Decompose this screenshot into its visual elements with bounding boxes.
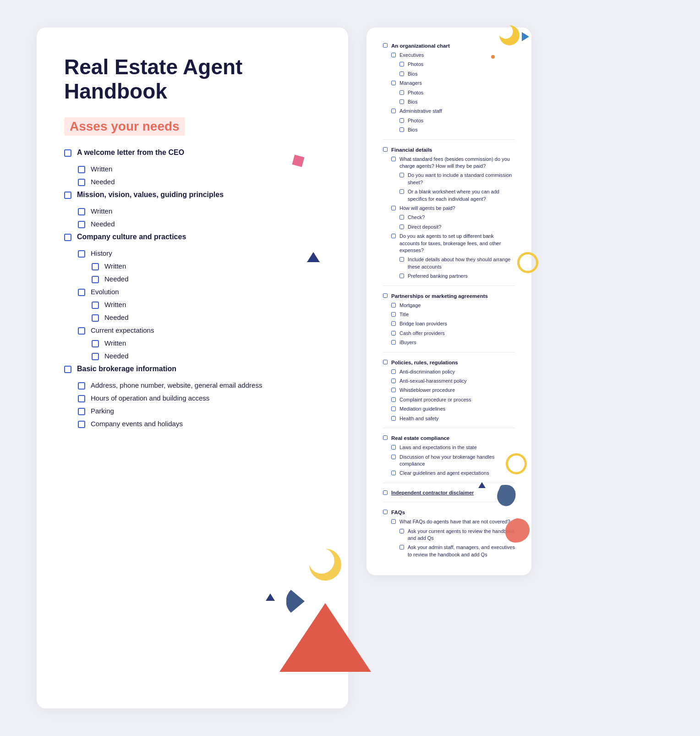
right-item-label: Administrative staff — [399, 108, 442, 115]
right-checkbox[interactable] — [391, 445, 396, 450]
section-heading: Asses your needs — [64, 117, 185, 136]
checkbox[interactable] — [78, 395, 85, 402]
checkbox[interactable] — [78, 327, 85, 335]
right-checkbox[interactable] — [391, 312, 396, 317]
list-item: Needed — [78, 178, 321, 186]
right-checkbox[interactable] — [391, 416, 396, 421]
right-checkbox[interactable] — [399, 62, 404, 66]
red-triangle-shape — [279, 603, 371, 672]
checkbox[interactable] — [92, 353, 99, 360]
right-list-item: Mortgage — [391, 302, 515, 309]
right-section-title: Financial details — [383, 146, 515, 154]
right-checkbox[interactable] — [391, 340, 396, 345]
checkbox[interactable] — [64, 366, 71, 373]
right-list-item: Photos — [399, 89, 515, 96]
checkbox[interactable] — [92, 314, 99, 322]
list-item: Needed — [78, 220, 321, 228]
checkbox[interactable] — [92, 340, 99, 347]
right-checkbox[interactable] — [391, 303, 396, 308]
right-nested-list-2: Photos Bios — [399, 89, 515, 106]
checkbox[interactable] — [92, 263, 99, 270]
right-checkbox[interactable] — [399, 127, 404, 132]
nested-checklist: History Written Needed Evolution — [78, 249, 321, 360]
right-checkbox[interactable] — [391, 455, 396, 459]
nested-checklist-2: Written Needed — [92, 262, 321, 283]
nested-checklist-2: Written Needed — [92, 339, 321, 360]
list-item: Written — [92, 262, 321, 270]
right-checkbox[interactable] — [399, 225, 404, 229]
right-checkbox[interactable] — [399, 71, 404, 76]
checkbox[interactable] — [78, 221, 85, 228]
right-checkbox[interactable] — [391, 109, 396, 113]
checkbox[interactable] — [92, 302, 99, 309]
right-checkbox[interactable] — [383, 360, 388, 364]
right-checkbox[interactable] — [399, 274, 404, 278]
checkbox[interactable] — [64, 149, 71, 157]
checkbox[interactable] — [78, 421, 85, 428]
right-checkbox[interactable] — [391, 471, 396, 475]
right-list-item: Include details about how they should ar… — [399, 256, 515, 270]
checkbox[interactable] — [64, 192, 71, 199]
right-nested-list-2: Check? Direct deposit? — [399, 214, 515, 231]
right-checkbox[interactable] — [391, 321, 396, 326]
checkbox[interactable] — [78, 179, 85, 186]
right-checkbox[interactable] — [399, 173, 404, 177]
right-checkbox[interactable] — [391, 379, 396, 383]
right-list-item: iBuyers — [391, 339, 515, 346]
right-checkbox[interactable] — [391, 234, 396, 238]
checkbox[interactable] — [78, 289, 85, 296]
right-checkbox[interactable] — [391, 157, 396, 161]
right-checkbox[interactable] — [399, 529, 404, 533]
checklist-label: History — [91, 249, 112, 257]
right-checkbox[interactable] — [383, 43, 388, 48]
right-checkbox[interactable] — [391, 388, 396, 392]
right-checkbox[interactable] — [391, 81, 396, 85]
right-list-item: Ask your current agents to review the ha… — [399, 528, 515, 542]
list-item: Written — [92, 301, 321, 309]
nested-checklist: Address, phone number, website, general … — [78, 381, 321, 428]
right-item-label: Preferred banking partners — [408, 273, 468, 280]
right-checkbox[interactable] — [399, 118, 404, 123]
right-item-label: Include details about how they should ar… — [408, 256, 515, 270]
right-list-item: What standard fees (besides commission) … — [391, 156, 515, 170]
checkbox[interactable] — [78, 250, 85, 258]
right-checkbox[interactable] — [391, 206, 396, 210]
checkbox[interactable] — [78, 408, 85, 415]
checkbox[interactable] — [78, 208, 85, 215]
checkbox[interactable] — [92, 276, 99, 283]
right-checkbox[interactable] — [391, 369, 396, 374]
right-checkbox[interactable] — [391, 53, 396, 57]
checkbox[interactable] — [64, 234, 71, 241]
right-checkbox[interactable] — [383, 490, 388, 495]
checklist-label: Company events and holidays — [91, 420, 183, 428]
separator — [383, 428, 515, 428]
right-nested-list: Executives Photos Bios Managers — [391, 52, 515, 134]
right-list-item: Health and safety — [391, 415, 515, 422]
right-nested-list-2: Do you want to include a standard commis… — [399, 172, 515, 203]
right-checkbox[interactable] — [399, 90, 404, 95]
list-item: A welcome letter from the CEO — [64, 148, 321, 157]
right-checkbox[interactable] — [391, 406, 396, 411]
right-checkbox[interactable] — [383, 147, 388, 152]
right-checkbox[interactable] — [399, 545, 404, 549]
right-nested-list: Laws and expectations in the state Discu… — [391, 444, 515, 477]
right-checkbox[interactable] — [399, 215, 404, 220]
right-checkbox[interactable] — [399, 189, 404, 194]
list-item: Mission, vision, values, guiding princip… — [64, 191, 321, 199]
right-checkbox[interactable] — [399, 257, 404, 262]
blue-play-triangle — [522, 32, 529, 41]
checkbox[interactable] — [78, 382, 85, 390]
right-checkbox[interactable] — [391, 331, 396, 335]
separator — [383, 286, 515, 286]
right-checkbox[interactable] — [383, 293, 388, 298]
checkbox[interactable] — [78, 166, 85, 173]
right-checkbox[interactable] — [391, 519, 396, 524]
right-list-item: Check? — [399, 214, 515, 221]
right-checkbox[interactable] — [391, 397, 396, 402]
right-checkbox[interactable] — [399, 99, 404, 104]
separator — [383, 352, 515, 352]
right-checkbox[interactable] — [383, 510, 388, 514]
right-item-label: Check? — [408, 214, 425, 221]
right-checkbox[interactable] — [383, 435, 388, 440]
right-list-item: Complaint procedure or process — [391, 396, 515, 403]
